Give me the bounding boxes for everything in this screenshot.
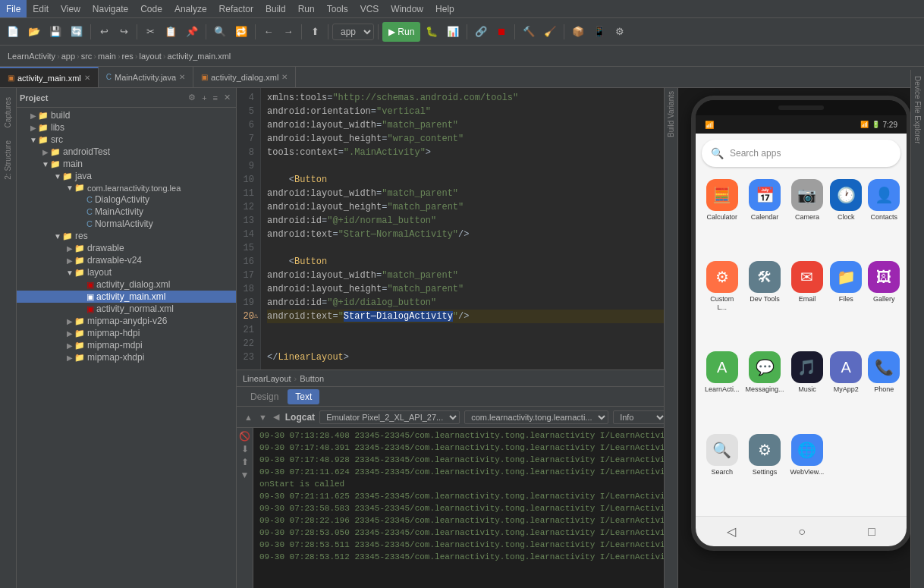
app-item[interactable]: AMyApp2	[830, 351, 862, 427]
tree-item-package[interactable]: ▼ 📁 com.learnactivity.tong.lea	[17, 182, 236, 193]
tree-item-drawable-v24[interactable]: ▶ 📁 drawable-v24	[17, 254, 236, 266]
clean-btn[interactable]: 🧹	[540, 22, 560, 42]
tree-item-mipmap-xhdpi[interactable]: ▶ 📁 mipmap-xhdpi	[17, 351, 236, 363]
project-gear-btn[interactable]: ⚙	[186, 92, 198, 103]
avd-btn[interactable]: 📱	[589, 22, 609, 42]
app-item[interactable]: ✉Email	[790, 261, 825, 345]
app-item[interactable]: 📁Files	[830, 261, 862, 345]
menu-vcs[interactable]: VCS	[354, 0, 385, 17]
tree-item-main[interactable]: ▼ 📁 main	[17, 158, 236, 170]
app-item[interactable]: 🕐Clock	[830, 179, 862, 255]
menu-navigate[interactable]: Navigate	[86, 0, 134, 17]
bc-file[interactable]: activity_main.xml	[168, 52, 231, 61]
find-btn[interactable]: 🔍	[210, 22, 230, 42]
code-editor[interactable]: xmlns:tools="http://schemas.android.com/…	[261, 88, 664, 369]
tree-item-src[interactable]: ▼ 📁 src	[17, 134, 236, 146]
app-item[interactable]: 👤Contacts	[868, 179, 900, 255]
phone-search-bar[interactable]: 🔍 Search apps	[702, 140, 900, 167]
replace-btn[interactable]: 🔁	[231, 22, 251, 42]
captures-panel-btn[interactable]: Captures	[2, 94, 14, 131]
debug-btn[interactable]: 🐛	[422, 22, 442, 42]
menu-build[interactable]: Build	[259, 0, 292, 17]
menu-file[interactable]: File	[0, 0, 27, 17]
logcat-scroll-btn[interactable]: ⬇	[241, 444, 249, 454]
open-btn[interactable]: 📂	[24, 22, 44, 42]
app-item[interactable]: 🔍Search	[705, 434, 740, 510]
tree-item-build[interactable]: ▶ 📁 build	[17, 109, 236, 121]
app-item[interactable]: 🌐WebView...	[790, 434, 825, 510]
paste-btn[interactable]: 📌	[182, 22, 202, 42]
tree-item-drawable[interactable]: ▶ 📁 drawable	[17, 242, 236, 254]
text-tab[interactable]: Text	[288, 389, 319, 404]
tree-item-java[interactable]: ▼ 📁 java	[17, 170, 236, 182]
profile-btn[interactable]: 📊	[443, 22, 463, 42]
redo-btn[interactable]: ↪	[115, 22, 133, 42]
new-btn[interactable]: 📄	[3, 22, 23, 42]
build-variants-btn[interactable]: Build Variants	[665, 88, 677, 140]
menu-run[interactable]: Run	[292, 0, 321, 17]
logcat-down-btn[interactable]: ▼	[257, 411, 269, 423]
nav-home-btn[interactable]: ○	[798, 525, 806, 539]
tree-item-activity-dialog-xml[interactable]: ▶ ▣ activity_dialog.xml	[17, 278, 236, 291]
settings-btn[interactable]: ⚙	[611, 22, 629, 42]
undo-btn[interactable]: ↩	[95, 22, 113, 42]
run-button[interactable]: ▶ Run	[382, 22, 420, 42]
nav-back-btn[interactable]: ◁	[727, 524, 736, 539]
menu-refactor[interactable]: Refactor	[213, 0, 259, 17]
tree-item-res[interactable]: ▼ 📁 res	[17, 230, 236, 242]
sdk-btn[interactable]: 📦	[568, 22, 588, 42]
bc-main[interactable]: main	[98, 52, 116, 61]
tab-mainactivity-java[interactable]: C MainActivity.java ✕	[99, 67, 193, 87]
attach-btn[interactable]: 🔗	[471, 22, 491, 42]
bc-src[interactable]: src	[81, 52, 93, 61]
close-tab-1[interactable]: ✕	[84, 74, 90, 82]
tree-item-activity-normal-xml[interactable]: ▶ ▣ activity_normal.xml	[17, 303, 236, 315]
design-tab[interactable]: Design	[243, 389, 286, 404]
menu-view[interactable]: View	[55, 0, 86, 17]
device-selector[interactable]: Emulator Pixel_2_XL_API_27...	[319, 410, 460, 424]
tree-item-activity-main-xml[interactable]: ▶ ▣ activity_main.xml	[17, 291, 236, 303]
tab-activity-dialog-xml[interactable]: ▣ activity_dialog.xml ✕	[193, 67, 296, 87]
app-item[interactable]: 🎵Music	[790, 351, 825, 427]
sync-btn[interactable]: 🔄	[67, 22, 86, 42]
app-item[interactable]: 💬Messaging...	[746, 351, 784, 427]
tree-item-dialogactivity[interactable]: ▶ C DialogActivity	[17, 193, 236, 206]
tree-item-layout[interactable]: ▼ 📁 layout	[17, 266, 236, 278]
app-item[interactable]: 🧮Calculator	[705, 179, 740, 255]
app-item[interactable]: 📞Phone	[868, 351, 900, 427]
tree-item-mainactivity[interactable]: ▶ C MainActivity	[17, 206, 236, 218]
tree-item-mipmap-anydpi[interactable]: ▶ 📁 mipmap-anydpi-v26	[17, 315, 236, 327]
menu-code[interactable]: Code	[134, 0, 168, 17]
tree-item-mipmap-hdpi[interactable]: ▶ 📁 mipmap-hdpi	[17, 327, 236, 339]
cut-btn[interactable]: ✂	[141, 22, 159, 42]
logcat-clear-btn[interactable]: 🚫	[239, 431, 250, 442]
logcat-up-arrow-btn[interactable]: ⬆	[241, 457, 249, 467]
menu-help[interactable]: Help	[429, 0, 460, 17]
forward-btn[interactable]: →	[279, 22, 297, 42]
app-selector[interactable]: app	[332, 24, 374, 40]
build-btn[interactable]: 🔨	[519, 22, 539, 42]
nav-recents-btn[interactable]: □	[868, 525, 875, 539]
back-btn[interactable]: ←	[259, 22, 278, 42]
app-item[interactable]: 📅Calendar	[746, 179, 784, 255]
save-btn[interactable]: 💾	[46, 22, 65, 42]
menu-window[interactable]: Window	[385, 0, 429, 17]
tree-item-androidtest[interactable]: ▶ 📁 androidTest	[17, 146, 236, 158]
editor-content[interactable]: 4 5 6 7 8 9 10 11 12 13 14 15 16 17 18 1…	[237, 88, 664, 369]
tab-activity-main-xml[interactable]: ▣ activity_main.xml ✕	[0, 67, 99, 87]
logcat-filter-btn[interactable]: ▼	[240, 470, 250, 480]
copy-btn[interactable]: 📋	[161, 22, 181, 42]
bc-learnactivity[interactable]: LearnActivity	[8, 52, 55, 61]
menu-analyze[interactable]: Analyze	[168, 0, 213, 17]
project-collapse-btn[interactable]: ≡	[211, 93, 220, 103]
bc-layout[interactable]: layout	[140, 52, 162, 61]
logcat-up-btn[interactable]: ▲	[243, 411, 254, 423]
close-tab-2[interactable]: ✕	[179, 73, 185, 81]
tree-item-mipmap-mdpi[interactable]: ▶ 📁 mipmap-mdpi	[17, 339, 236, 351]
app-item[interactable]: 📷Camera	[790, 179, 825, 255]
menu-edit[interactable]: Edit	[27, 0, 55, 17]
device-file-explorer-btn[interactable]: Device File Explorer	[913, 88, 922, 143]
stop-btn[interactable]: ⏹	[492, 22, 511, 42]
tree-item-libs[interactable]: ▶ 📁 libs	[17, 121, 236, 134]
app-item[interactable]: ⚙Settings	[746, 434, 784, 510]
